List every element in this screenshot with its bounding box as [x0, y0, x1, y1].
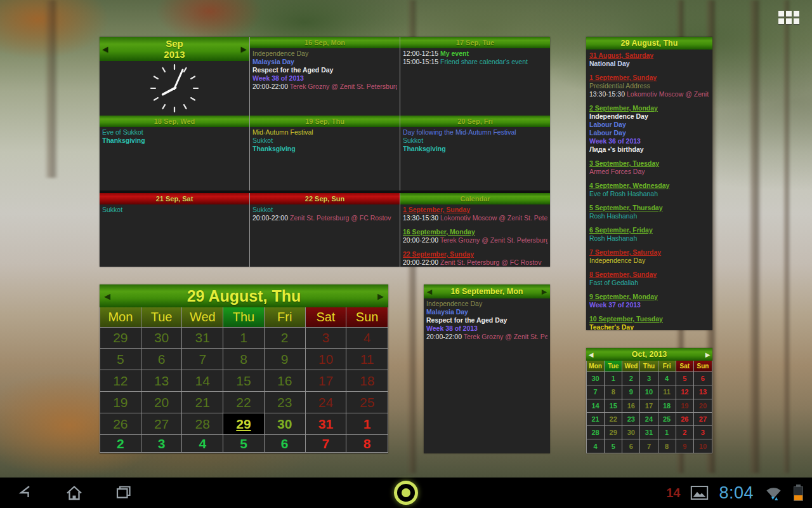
day-column-header[interactable]: 19 Sep, Thu — [250, 116, 400, 127]
agenda-date-link[interactable]: 1 September, Sunday — [403, 206, 547, 214]
day-column-events[interactable]: Sukkot — [100, 204, 249, 267]
next-month-arrow-icon[interactable]: ▶ — [703, 351, 712, 358]
day-cell[interactable]: 23 — [622, 412, 640, 425]
day-cell[interactable]: 6 — [141, 348, 183, 370]
agenda-date-link[interactable]: 7 September, Saturday — [589, 248, 709, 257]
day-cell[interactable]: 18 — [346, 370, 388, 391]
agenda-date-link[interactable]: 10 September, Tuesday — [589, 315, 709, 323]
day-cell[interactable]: 17 — [640, 399, 658, 412]
day-cell[interactable]: 12 — [100, 370, 141, 391]
event-line[interactable]: Thanksgiving — [102, 137, 247, 145]
day-cell[interactable]: 21 — [587, 412, 605, 425]
day-cell[interactable]: 1 — [346, 413, 388, 434]
day-cell[interactable]: 15 — [223, 370, 265, 391]
next-day-arrow-icon[interactable]: ▶ — [539, 288, 550, 296]
day-cell[interactable]: 9 — [265, 348, 306, 370]
day-cell[interactable]: 31 — [306, 413, 347, 434]
day-cell[interactable]: 15 — [605, 399, 622, 412]
day-cell[interactable]: 14 — [587, 399, 605, 412]
day-widget-header[interactable]: ◀ 16 September, Mon ▶ — [424, 284, 550, 298]
day-column-events[interactable]: 12:00-12:15 My event15:00-15:15 Friend s… — [400, 48, 550, 116]
event-line[interactable]: 13:30-15:30 Lokomotiv Moscow @ Zenit St.… — [589, 90, 709, 98]
event-line[interactable]: Labour Day — [589, 129, 709, 137]
day-cell[interactable]: 5 — [605, 439, 622, 452]
day-widget-events[interactable]: Independence DayMalaysia DayRespect for … — [424, 298, 550, 453]
event-line[interactable]: Independence Day — [252, 50, 397, 58]
day-cell[interactable]: 22 — [223, 391, 265, 413]
day-cell[interactable]: 10 — [694, 439, 712, 452]
day-cell[interactable]: 31 — [182, 327, 223, 348]
agenda-header[interactable]: 29 August, Thu — [586, 37, 712, 50]
event-line[interactable]: Day following the Mid-Autumn Festival — [403, 128, 547, 137]
day-cell[interactable]: 5 — [223, 434, 265, 452]
day-cell[interactable]: 24 — [306, 391, 347, 413]
calendar-summary-list[interactable]: 1 September, Sunday13:30-15:30 Lokomotiv… — [400, 204, 550, 267]
event-line[interactable]: Respect for the Aged Day — [426, 316, 547, 324]
day-column-header[interactable]: 21 Sep, Sat — [100, 193, 249, 204]
agenda-date-link[interactable]: 3 September, Tuesday — [589, 159, 709, 168]
day-cell[interactable]: 3 — [141, 434, 183, 452]
day-column-events[interactable]: Sukkot20:00-22:00 Zenit St. Petersburg @… — [250, 204, 400, 267]
day-cell[interactable]: 4 — [658, 371, 676, 385]
gallery-icon[interactable] — [690, 485, 709, 500]
day-cell[interactable]: 25 — [346, 391, 388, 413]
agenda-date-link[interactable]: 2 September, Monday — [589, 104, 709, 112]
day-cell[interactable]: 28 — [587, 425, 605, 439]
event-line[interactable]: Sukkot — [403, 137, 547, 145]
day-cell[interactable]: 1 — [605, 371, 622, 385]
day-cell[interactable]: 18 — [658, 399, 676, 412]
day-column-header[interactable]: 20 Sep, Fri — [400, 116, 550, 127]
day-cell[interactable]: 22 — [605, 412, 622, 425]
mini-month-header[interactable]: ◀ Oct, 2013 ▶ — [586, 348, 712, 361]
day-cell[interactable]: 6 — [622, 439, 640, 452]
day-column-events[interactable]: Independence DayMalaysia DayRespect for … — [250, 48, 400, 116]
event-line[interactable]: Independence Day — [589, 112, 709, 121]
day-column-events[interactable]: Day following the Mid-Autumn FestivalSuk… — [400, 127, 550, 190]
day-cell[interactable]: 27 — [694, 412, 712, 425]
agenda-date-link[interactable]: 16 September, Monday — [403, 228, 547, 236]
day-cell[interactable]: 7 — [587, 385, 605, 398]
agenda-date-link[interactable]: 5 September, Thursday — [589, 204, 709, 212]
day-cell[interactable]: 8 — [223, 348, 265, 370]
event-line[interactable]: Armed Forces Day — [589, 168, 709, 176]
day-cell[interactable]: 27 — [141, 413, 183, 434]
month-header[interactable]: ◀ 29 August, Thu ▶ — [100, 284, 388, 307]
day-column-header[interactable]: 22 Sep, Sun — [250, 193, 400, 204]
day-column-events[interactable]: Mid-Autumn FestivalSukkotThanksgiving — [250, 127, 400, 190]
day-cell[interactable]: 28 — [182, 413, 223, 434]
event-line[interactable]: Sukkot — [102, 206, 247, 214]
day-cell[interactable]: 13 — [141, 370, 183, 391]
event-line[interactable]: Лида •'s birthday — [589, 145, 709, 154]
agenda-date-link[interactable]: 1 September, Sunday — [589, 74, 709, 82]
day-cell[interactable]: 9 — [622, 385, 640, 398]
prev-day-arrow-icon[interactable]: ◀ — [424, 288, 435, 296]
day-cell[interactable]: 2 — [622, 371, 640, 385]
day-cell[interactable]: 3 — [640, 371, 658, 385]
notification-count-badge[interactable]: 14 — [666, 486, 680, 500]
day-cell[interactable]: 10 — [306, 348, 347, 370]
event-line[interactable]: Labour Day — [589, 121, 709, 129]
event-line[interactable]: Sukkot — [252, 137, 397, 145]
event-line[interactable]: Rosh Hashanah — [589, 234, 709, 243]
event-line[interactable]: Week 38 of 2013 — [426, 324, 547, 333]
day-cell[interactable]: 17 — [306, 370, 347, 391]
day-cell[interactable]: 24 — [640, 412, 658, 425]
day-cell[interactable]: 29 — [100, 327, 141, 348]
day-cell[interactable]: 11 — [346, 348, 388, 370]
event-line[interactable]: Eve of Sukkot — [102, 128, 247, 137]
next-month-arrow-icon[interactable]: ▶ — [238, 43, 249, 55]
event-line[interactable]: Respect for the Aged Day — [252, 66, 397, 74]
wifi-icon[interactable] — [764, 484, 783, 502]
day-cell[interactable]: 26 — [676, 412, 694, 425]
day-cell[interactable]: 6 — [265, 434, 306, 452]
day-cell[interactable]: 3 — [694, 425, 712, 439]
event-line[interactable]: Fast of Gedaliah — [589, 279, 709, 287]
event-line[interactable]: Teacher's Day — [589, 323, 709, 330]
agenda-date-link[interactable]: 9 September, Monday — [589, 293, 709, 301]
event-line[interactable]: Rosh Hashanah — [589, 212, 709, 220]
day-cell[interactable]: 30 — [141, 327, 183, 348]
day-cell[interactable]: 30 — [622, 425, 640, 439]
event-line[interactable]: Week 38 of 2013 — [252, 74, 397, 83]
prev-month-arrow-icon[interactable]: ◀ — [100, 43, 111, 55]
agenda-date-link[interactable]: 6 September, Friday — [589, 226, 709, 234]
